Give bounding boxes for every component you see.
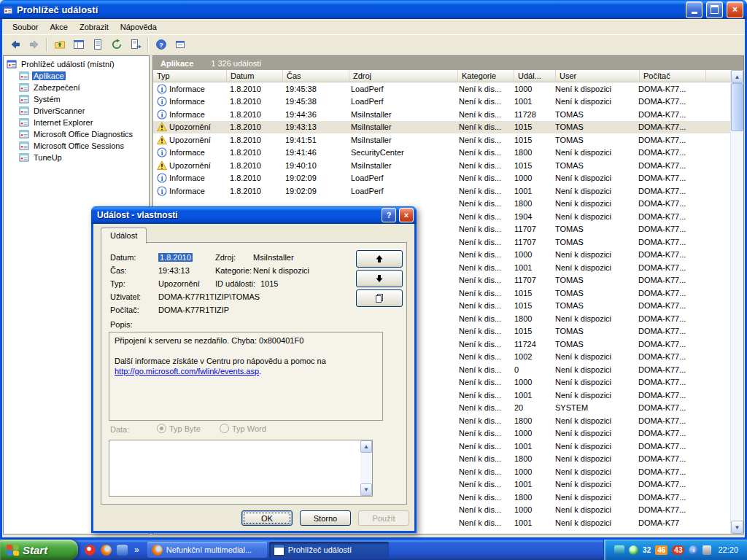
menu-napoveda[interactable]: Nápověda bbox=[115, 20, 163, 34]
cell-datum: 1.8.2010 bbox=[226, 108, 282, 121]
cell-user: Není k dispozici bbox=[551, 516, 635, 529]
event-row[interactable]: iInformace 1.8.2010 19:41:46 SecurityCen… bbox=[153, 147, 730, 160]
cell-kategorie: Není k dis... bbox=[455, 427, 511, 440]
event-id-value: 1015 bbox=[260, 279, 278, 288]
toolbar-export-list-button[interactable] bbox=[126, 36, 144, 53]
tree-root-event-viewer[interactable]: Prohlížeč událostí (místní) bbox=[4, 58, 149, 70]
apply-button[interactable]: Použít bbox=[358, 510, 409, 526]
toolbar-properties-button[interactable] bbox=[88, 36, 107, 53]
cell-kategorie: Není k dis... bbox=[455, 261, 511, 274]
event-row[interactable]: Upozornění 1.8.2010 19:41:51 MsiInstalle… bbox=[153, 133, 730, 147]
column-header-datum[interactable]: Datum bbox=[227, 70, 283, 82]
tray-icon-3[interactable] bbox=[703, 545, 711, 555]
data-scroll-down-button[interactable]: ▼ bbox=[360, 483, 372, 496]
events-help-link[interactable]: http://go.microsoft.com/fwlink/events.as… bbox=[115, 367, 259, 376]
copy-event-button[interactable] bbox=[356, 289, 403, 307]
cell-user: Není k dispozici bbox=[551, 414, 635, 427]
cell-pocitac: DOMA-K77... bbox=[635, 491, 700, 504]
cell-zdroj: MsiInstaller bbox=[347, 133, 455, 147]
event-row[interactable]: Upozornění 1.8.2010 19:40:10 MsiInstalle… bbox=[153, 159, 730, 172]
column-header-zdroj[interactable]: Zdroj bbox=[349, 70, 458, 82]
event-row[interactable]: iInformace 1.8.2010 19:45:38 LoadPerf Ne… bbox=[153, 82, 730, 96]
taskbar-task-nefunkcni-multimedial[interactable]: Nefunkční multimedial... bbox=[147, 542, 267, 558]
menu-zobrazit[interactable]: Zobrazit bbox=[74, 20, 115, 34]
cell-pocitac: DOMA-K77... bbox=[635, 478, 700, 491]
banner-title: Aplikace bbox=[160, 59, 193, 68]
event-row[interactable]: iInformace 1.8.2010 19:45:38 LoadPerf Ne… bbox=[153, 96, 730, 109]
cell-kategorie: Není k dis... bbox=[455, 312, 511, 325]
cell-kategorie: Není k dis... bbox=[455, 249, 511, 262]
time-value: 19:43:13 bbox=[158, 266, 190, 275]
toolbar-back-button[interactable] bbox=[6, 36, 24, 53]
tree-item-label: Systém bbox=[32, 95, 62, 104]
taskbar-task-prohlizec-udalosti[interactable]: Prohlížeč událostí bbox=[269, 542, 389, 558]
toolbar-forward-button[interactable] bbox=[25, 36, 43, 53]
column-header-pocitac[interactable]: Počítač bbox=[640, 70, 706, 82]
tree-item-microsoft-office-diagnostics[interactable]: Microsoft Office Diagnostics bbox=[4, 128, 149, 140]
tray-info-icon[interactable]: i bbox=[689, 545, 698, 555]
start-button[interactable]: Start bbox=[0, 540, 78, 560]
toolbar-show-tree-button[interactable] bbox=[69, 36, 88, 53]
tray-icon-2[interactable] bbox=[629, 545, 638, 555]
column-header-typ[interactable]: Typ bbox=[153, 70, 227, 82]
scroll-thumb[interactable] bbox=[731, 83, 743, 131]
taskbar: Start » Nefunkční multimedial... Prohlíž… bbox=[0, 540, 747, 560]
previous-event-button[interactable] bbox=[356, 250, 403, 268]
cell-udalost-id: 1800 bbox=[511, 453, 551, 466]
tree-item-microsoft-office-sessions[interactable]: Microsoft Office Sessions bbox=[4, 140, 149, 152]
event-row[interactable]: iInformace 1.8.2010 19:02:09 LoadPerf Ne… bbox=[153, 184, 730, 198]
close-button[interactable]: × bbox=[727, 1, 743, 18]
firefox-quicklaunch-icon[interactable] bbox=[101, 545, 112, 556]
cell-typ: iInformace bbox=[153, 82, 226, 96]
toolbar-new-window-button[interactable] bbox=[171, 36, 189, 53]
toolbar-refresh-button[interactable] bbox=[107, 36, 125, 53]
tray-icon-1[interactable] bbox=[614, 545, 624, 554]
next-event-button[interactable] bbox=[356, 270, 403, 287]
column-header-cas[interactable]: Čas bbox=[283, 70, 349, 82]
cell-user: Není k dispozici bbox=[551, 198, 635, 211]
tree-item-driverscanner[interactable]: DriverScanner bbox=[4, 105, 149, 117]
quick-launch-overflow-chevron[interactable]: » bbox=[133, 545, 139, 555]
column-header-kategorie[interactable]: Kategorie bbox=[458, 70, 514, 82]
cell-kategorie: Není k dis... bbox=[455, 82, 511, 96]
quick-launch-icon-1[interactable] bbox=[85, 545, 96, 556]
tree-item-system[interactable]: Systém bbox=[4, 93, 149, 105]
toolbar-up-level-button[interactable] bbox=[50, 36, 69, 53]
scroll-track[interactable] bbox=[731, 131, 743, 521]
cell-user: TOMAS bbox=[551, 274, 635, 287]
cancel-button[interactable]: Storno bbox=[300, 510, 351, 526]
tab-udalost[interactable]: Událost bbox=[101, 228, 147, 244]
cell-kategorie: Není k dis... bbox=[455, 172, 511, 185]
quick-launch-icon-2[interactable] bbox=[117, 545, 128, 556]
event-row[interactable]: Upozornění 1.8.2010 19:43:13 MsiInstalle… bbox=[153, 121, 730, 134]
scroll-up-button[interactable]: ▲ bbox=[731, 70, 743, 83]
maximize-button[interactable] bbox=[706, 1, 723, 18]
dialog-help-button[interactable]: ? bbox=[382, 208, 396, 222]
menu-akce[interactable]: Akce bbox=[44, 20, 73, 34]
list-scrollbar[interactable]: ▲ ▼ bbox=[730, 70, 743, 534]
cell-pocitac: DOMA-K77... bbox=[635, 312, 700, 325]
event-row[interactable]: iInformace 1.8.2010 19:44:36 MsiInstalle… bbox=[153, 108, 730, 121]
event-row[interactable]: iInformace 1.8.2010 19:02:09 LoadPerf Ne… bbox=[153, 172, 730, 185]
toolbar-help-button[interactable]: ? bbox=[152, 36, 170, 53]
minimize-button[interactable] bbox=[686, 1, 703, 18]
radio-typ-word[interactable]: Typ Word bbox=[220, 424, 266, 433]
dialog-close-button[interactable]: × bbox=[399, 208, 414, 222]
column-header-user[interactable]: User bbox=[556, 70, 640, 82]
date-value: 1.8.2010 bbox=[158, 253, 193, 262]
tree-item-zabezpeceni[interactable]: Zabezpečení bbox=[4, 82, 149, 93]
data-scroll-up-button[interactable]: ▲ bbox=[360, 440, 372, 453]
menu-soubor[interactable]: Soubor bbox=[7, 20, 44, 34]
scroll-down-button[interactable]: ▼ bbox=[731, 521, 743, 534]
cell-kategorie: Není k dis... bbox=[455, 133, 511, 147]
tree-item-internet-explorer[interactable]: Internet Explorer bbox=[4, 117, 149, 128]
data-scrollbar[interactable]: ▲ ▼ bbox=[360, 440, 372, 496]
ok-button[interactable]: OK bbox=[241, 510, 293, 526]
tree-item-tuneup[interactable]: TuneUp bbox=[4, 152, 149, 163]
event-log-icon bbox=[19, 152, 29, 163]
column-header-udal[interactable]: Udál... bbox=[514, 70, 556, 82]
radio-typ-byte[interactable]: Typ Byte bbox=[157, 424, 201, 433]
info-icon: i bbox=[157, 84, 167, 94]
tree-item-aplikace[interactable]: Aplikace bbox=[4, 70, 149, 82]
cell-pocitac: DOMA-K77... bbox=[635, 351, 700, 364]
